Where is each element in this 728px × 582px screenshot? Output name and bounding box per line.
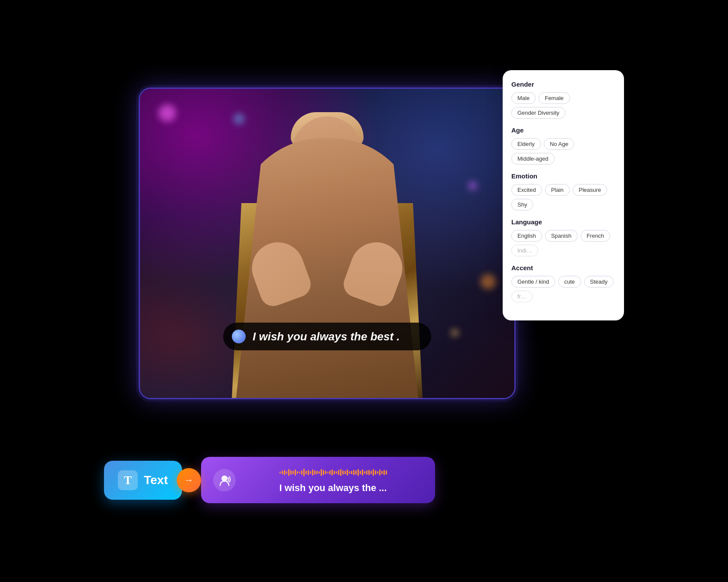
waveform-bar-0 — [280, 472, 281, 473]
tag-excited[interactable]: Excited — [511, 184, 542, 196]
filter-age-title: Age — [511, 126, 615, 134]
tag-pleasure[interactable]: Pleasure — [573, 184, 607, 196]
waveform-bar-24 — [332, 469, 333, 475]
tag-spanish[interactable]: Spanish — [545, 230, 578, 242]
audio-bar: I wish you always the ... — [201, 457, 435, 503]
waveform-bar-26 — [336, 471, 337, 474]
waveform-bar-38 — [362, 469, 363, 475]
scene-container: I wish you always the best . Gender Male… — [104, 53, 624, 529]
text-label: Text — [144, 473, 168, 487]
waveform-bar-3 — [286, 471, 287, 474]
filter-gender-tags: Male Female Gender Diversity — [511, 92, 615, 119]
tag-fr[interactable]: fr… — [511, 291, 533, 302]
tag-male[interactable]: Male — [511, 92, 536, 104]
waveform-bar-34 — [353, 470, 354, 475]
bokeh-light-1 — [159, 104, 176, 122]
waveform-bar-35 — [355, 470, 357, 475]
waveform-bar-49 — [386, 470, 387, 475]
filter-section-emotion: Emotion Excited Plain Pleasure Shy — [511, 172, 615, 210]
tag-english[interactable]: English — [511, 230, 542, 242]
waveform-bar-27 — [338, 470, 339, 475]
waveform-bar-43 — [373, 469, 374, 476]
bokeh-light-3 — [481, 274, 496, 289]
waveform-bar-33 — [351, 471, 352, 474]
waveform-bar-23 — [329, 470, 331, 475]
filter-language-title: Language — [511, 218, 615, 226]
waveform-bar-5 — [290, 470, 292, 475]
waveform-bar-37 — [360, 471, 361, 474]
tag-gentle-kind[interactable]: Gentle / kind — [511, 276, 555, 288]
audio-head-icon — [213, 469, 236, 491]
waveform-bar-45 — [377, 471, 378, 474]
waveform-bar-21 — [325, 471, 326, 474]
waveform-bar-48 — [384, 470, 385, 475]
waveform-bar-16 — [314, 470, 315, 475]
waveform-bar-13 — [308, 470, 309, 475]
waveform-bar-22 — [327, 472, 328, 473]
subtitle-bar: I wish you always the best . — [223, 323, 431, 350]
tag-steady[interactable]: Steady — [584, 276, 614, 288]
tag-french[interactable]: French — [581, 230, 610, 242]
waveform-bar-41 — [368, 470, 370, 475]
video-card: I wish you always the best . — [139, 87, 516, 399]
filter-gender-title: Gender — [511, 81, 615, 88]
text-button[interactable]: T Text — [104, 461, 182, 500]
subtitle-text: I wish you always the best . — [253, 330, 400, 343]
tag-shy[interactable]: Shy — [511, 199, 533, 210]
filter-language-tags: English Spanish French Indi… — [511, 230, 615, 256]
text-input-bar: T Text → I wish you always — [104, 457, 435, 503]
waveform-bar-31 — [347, 469, 348, 475]
filter-panel: Gender Male Female Gender Diversity Age … — [503, 70, 624, 320]
waveform-bar-18 — [318, 471, 320, 474]
waveform-bar-29 — [342, 470, 344, 475]
tag-elderly[interactable]: Elderly — [511, 138, 541, 150]
waveform-bar-12 — [306, 471, 307, 474]
waveform-bar-11 — [303, 469, 305, 476]
filter-emotion-tags: Excited Plain Pleasure Shy — [511, 184, 615, 210]
waveform-bar-4 — [288, 469, 289, 476]
bokeh-light-5 — [452, 330, 458, 336]
waveform-bar-8 — [297, 471, 298, 474]
person-figure — [219, 103, 436, 398]
arrow-icon: → — [184, 475, 194, 486]
filter-section-gender: Gender Male Female Gender Diversity — [511, 81, 615, 119]
tag-middle-aged[interactable]: Middle-aged — [511, 153, 555, 165]
waveform-bars — [280, 466, 387, 479]
filter-emotion-title: Emotion — [511, 172, 615, 180]
filter-accent-title: Accent — [511, 264, 615, 272]
waveform-bar-40 — [366, 470, 367, 475]
waveform-bar-10 — [301, 470, 302, 475]
waveform-bar-36 — [358, 469, 359, 476]
arrow-circle[interactable]: → — [177, 468, 201, 492]
tag-gender-diversity[interactable]: Gender Diversity — [511, 107, 566, 119]
waveform-bar-19 — [321, 469, 322, 476]
waveform-bar-28 — [340, 469, 341, 476]
waveform-bar-47 — [381, 471, 383, 474]
tag-cute[interactable]: cute — [558, 276, 581, 288]
filter-accent-tags: Gentle / kind cute Steady fr… — [511, 276, 615, 302]
filter-section-accent: Accent Gentle / kind cute Steady fr… — [511, 264, 615, 302]
waveform-bar-46 — [379, 469, 380, 475]
tag-no-age[interactable]: No Age — [544, 138, 575, 150]
waveform-bar-9 — [299, 472, 300, 473]
waveform-bar-30 — [344, 471, 346, 474]
waveform-bar-44 — [375, 470, 376, 475]
waveform-bar-1 — [282, 471, 283, 474]
waveform-bar-7 — [295, 469, 296, 475]
waveform-bar-15 — [312, 469, 313, 475]
filter-section-age: Age Elderly No Age Middle-aged — [511, 126, 615, 165]
filter-age-tags: Elderly No Age Middle-aged — [511, 138, 615, 165]
bokeh-light-4 — [468, 181, 477, 190]
waveform-bar-20 — [323, 470, 324, 475]
waveform-bar-39 — [364, 471, 365, 474]
tag-female[interactable]: Female — [539, 92, 569, 104]
text-t-icon: T — [118, 470, 138, 490]
waveform-bar-14 — [310, 471, 311, 474]
video-background: I wish you always the best . — [140, 89, 514, 398]
tag-plain[interactable]: Plain — [545, 184, 570, 196]
waveform-bar-2 — [284, 470, 285, 475]
waveform-bar-6 — [292, 471, 294, 474]
tag-indi[interactable]: Indi… — [511, 245, 538, 256]
waveform-bar-25 — [334, 471, 335, 474]
subtitle-dot — [232, 330, 246, 343]
